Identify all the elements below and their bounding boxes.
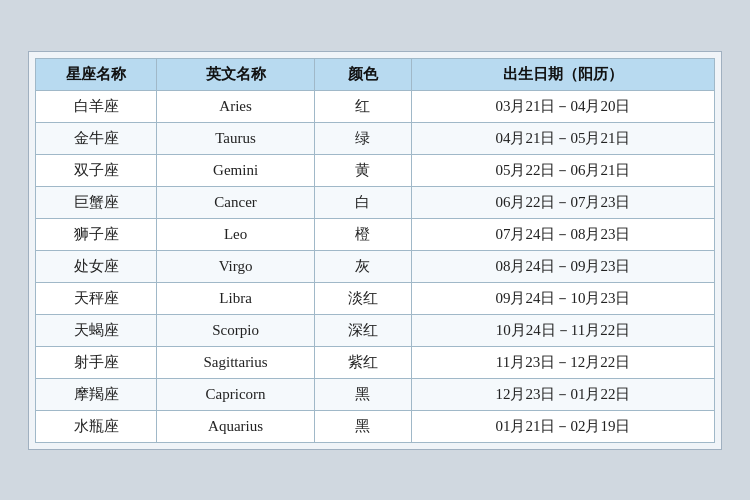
table-row: 天秤座Libra淡红09月24日－10月23日 [36,282,715,314]
cell-color: 黄 [314,154,411,186]
header-color: 颜色 [314,58,411,90]
cell-zh-name: 白羊座 [36,90,157,122]
cell-en-name: Aquarius [157,410,315,442]
table-row: 射手座Sagittarius紫红11月23日－12月22日 [36,346,715,378]
cell-en-name: Leo [157,218,315,250]
cell-date-range: 10月24日－11月22日 [411,314,714,346]
table-row: 巨蟹座Cancer白06月22日－07月23日 [36,186,715,218]
cell-zh-name: 双子座 [36,154,157,186]
cell-date-range: 11月23日－12月22日 [411,346,714,378]
cell-en-name: Libra [157,282,315,314]
cell-zh-name: 巨蟹座 [36,186,157,218]
cell-zh-name: 狮子座 [36,218,157,250]
cell-en-name: Taurus [157,122,315,154]
cell-zh-name: 射手座 [36,346,157,378]
cell-color: 紫红 [314,346,411,378]
cell-color: 深红 [314,314,411,346]
cell-en-name: Cancer [157,186,315,218]
cell-date-range: 08月24日－09月23日 [411,250,714,282]
table-row: 天蝎座Scorpio深红10月24日－11月22日 [36,314,715,346]
table-row: 摩羯座Capricorn黑12月23日－01月22日 [36,378,715,410]
table-row: 水瓶座Aquarius黑01月21日－02月19日 [36,410,715,442]
cell-color: 淡红 [314,282,411,314]
header-en-name: 英文名称 [157,58,315,90]
cell-date-range: 04月21日－05月21日 [411,122,714,154]
cell-color: 绿 [314,122,411,154]
cell-date-range: 12月23日－01月22日 [411,378,714,410]
cell-zh-name: 处女座 [36,250,157,282]
table-header-row: 星座名称 英文名称 颜色 出生日期（阳历） [36,58,715,90]
cell-zh-name: 天秤座 [36,282,157,314]
table-row: 处女座Virgo灰08月24日－09月23日 [36,250,715,282]
table-row: 狮子座Leo橙07月24日－08月23日 [36,218,715,250]
cell-color: 红 [314,90,411,122]
cell-date-range: 05月22日－06月21日 [411,154,714,186]
cell-en-name: Sagittarius [157,346,315,378]
cell-en-name: Gemini [157,154,315,186]
cell-zh-name: 金牛座 [36,122,157,154]
cell-color: 黑 [314,410,411,442]
zodiac-table: 星座名称 英文名称 颜色 出生日期（阳历） 白羊座Aries红03月21日－04… [35,58,715,443]
zodiac-table-container: 星座名称 英文名称 颜色 出生日期（阳历） 白羊座Aries红03月21日－04… [28,51,722,450]
cell-date-range: 03月21日－04月20日 [411,90,714,122]
cell-color: 灰 [314,250,411,282]
header-zh-name: 星座名称 [36,58,157,90]
cell-date-range: 06月22日－07月23日 [411,186,714,218]
cell-en-name: Aries [157,90,315,122]
cell-en-name: Virgo [157,250,315,282]
table-row: 白羊座Aries红03月21日－04月20日 [36,90,715,122]
cell-en-name: Capricorn [157,378,315,410]
cell-zh-name: 水瓶座 [36,410,157,442]
table-row: 金牛座Taurus绿04月21日－05月21日 [36,122,715,154]
cell-color: 白 [314,186,411,218]
header-date-range: 出生日期（阳历） [411,58,714,90]
cell-en-name: Scorpio [157,314,315,346]
cell-zh-name: 摩羯座 [36,378,157,410]
cell-color: 橙 [314,218,411,250]
cell-color: 黑 [314,378,411,410]
cell-zh-name: 天蝎座 [36,314,157,346]
cell-date-range: 09月24日－10月23日 [411,282,714,314]
cell-date-range: 01月21日－02月19日 [411,410,714,442]
cell-date-range: 07月24日－08月23日 [411,218,714,250]
table-row: 双子座Gemini黄05月22日－06月21日 [36,154,715,186]
